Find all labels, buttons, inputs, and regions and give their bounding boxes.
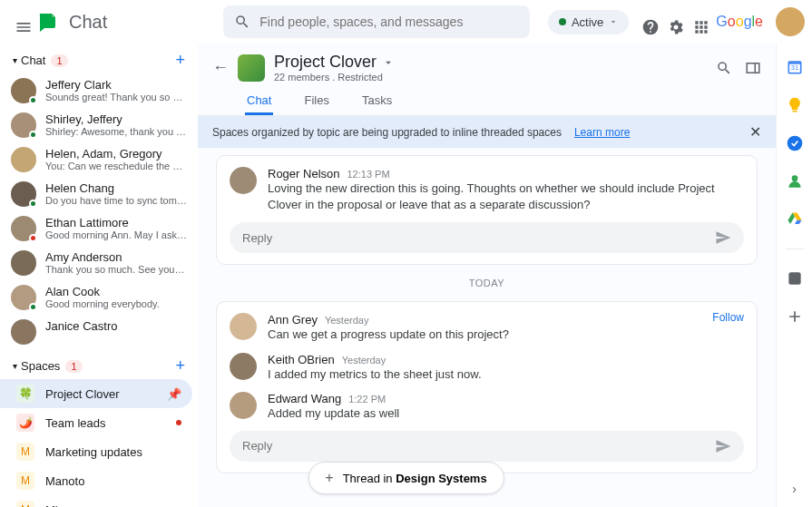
conversation-name: Helen, Adam, Gregory	[45, 147, 187, 161]
space-item[interactable]: MMarketing updates	[0, 437, 192, 466]
conversation-item[interactable]: Jeffery ClarkSounds great! Thank you so …	[0, 73, 198, 108]
thread-chip-space: Design Systems	[396, 472, 486, 485]
conversation-item[interactable]: Shirley, JefferyShirley: Awesome, thank …	[0, 108, 198, 142]
reply-input[interactable]	[230, 222, 744, 253]
search-in-space-icon[interactable]	[716, 60, 732, 76]
account-avatar[interactable]	[776, 7, 805, 36]
chevron-down-icon[interactable]	[382, 56, 395, 69]
drive-icon[interactable]	[786, 210, 804, 229]
calendar-icon[interactable]: 31	[786, 58, 804, 76]
conversation-item[interactable]: Janice Castro	[0, 315, 198, 349]
conversation-name: Alan Cook	[45, 285, 187, 298]
presence-dot-icon	[29, 303, 37, 311]
contacts-icon[interactable]	[786, 172, 804, 190]
avatar	[11, 78, 36, 103]
send-icon[interactable]	[715, 438, 731, 454]
svg-point-4	[787, 136, 802, 151]
avatar	[230, 392, 257, 419]
svg-rect-6	[788, 272, 800, 284]
search-input[interactable]	[259, 15, 519, 29]
add-addon-icon[interactable]	[786, 307, 804, 326]
keep-icon[interactable]	[786, 96, 804, 114]
hamburger-icon[interactable]	[7, 11, 29, 33]
reply-input[interactable]	[230, 431, 744, 462]
space-item[interactable]: MMiso	[0, 495, 192, 507]
new-space-button[interactable]: +	[175, 356, 185, 375]
avatar	[11, 285, 36, 310]
conversation-item[interactable]: Helen ChangDo you have time to sync tomo…	[0, 177, 198, 211]
follow-button[interactable]: Follow	[712, 311, 744, 324]
space-item[interactable]: MManoto	[0, 466, 192, 495]
svg-text:31: 31	[790, 63, 797, 72]
chevron-down-icon	[609, 17, 618, 26]
new-chat-button[interactable]: +	[175, 51, 185, 70]
conversation-item[interactable]: Ethan LattimoreGood morning Ann. May I a…	[0, 211, 198, 246]
reply-field[interactable]	[242, 231, 715, 245]
right-sidebar: 31 ›	[776, 44, 812, 507]
space-item[interactable]: 🌶️Team leads	[0, 408, 192, 437]
space-icon: M	[16, 472, 34, 490]
conversation-name: Helen Chang	[45, 181, 187, 195]
space-icon: 🍀	[16, 385, 34, 403]
conversation-name: Ethan Lattimore	[45, 216, 187, 229]
message-time: 12:13 PM	[347, 169, 390, 180]
message-author: Ann Grey	[268, 313, 318, 327]
unread-dot-icon	[176, 420, 181, 425]
tab-chat[interactable]: Chat	[245, 88, 273, 115]
space-avatar-icon	[238, 54, 265, 82]
conversation-item[interactable]: Amy AndersonThank you so much. See you t…	[0, 246, 198, 280]
conversation-preview: You: Can we reschedule the meeting for…	[45, 161, 187, 171]
app-title: Chat	[69, 12, 107, 33]
avatar	[11, 216, 36, 241]
message: Keith OBrienYesterdayI added my metrics …	[230, 353, 744, 383]
conversation-preview: Shirley: Awesome, thank you for the…	[45, 126, 187, 137]
chat-logo-icon	[36, 11, 58, 33]
settings-icon[interactable]	[661, 13, 680, 31]
message: Roger Nelson12:13 PM Loving the new dire…	[230, 167, 744, 213]
date-divider: TODAY	[216, 278, 758, 288]
conversation-preview: Good morning everybody.	[45, 298, 187, 309]
message-author: Edward Wang	[268, 392, 341, 405]
reply-field[interactable]	[242, 439, 715, 453]
search-icon	[234, 14, 250, 30]
chat-section-header[interactable]: ▾ Chat 1 +	[0, 47, 198, 73]
chevron-down-icon: ▾	[13, 55, 17, 65]
svg-rect-3	[792, 111, 797, 112]
tasks-icon[interactable]	[786, 134, 804, 152]
pin-icon[interactable]: 📌	[167, 387, 181, 401]
presence-dot-icon	[29, 96, 37, 104]
message-author: Keith OBrien	[268, 353, 335, 366]
conversation-name: Shirley, Jeffery	[45, 112, 187, 126]
divider	[786, 249, 804, 249]
status-selector[interactable]: Active	[548, 10, 629, 34]
banner-close-icon[interactable]: ✕	[749, 123, 761, 141]
conversation-item[interactable]: Alan CookGood morning everybody.	[0, 280, 198, 315]
help-icon[interactable]	[636, 13, 654, 31]
tab-tasks[interactable]: Tasks	[360, 88, 394, 115]
message-body: I added my metrics to the sheet just now…	[268, 366, 482, 383]
avatar	[11, 147, 36, 172]
apps-grid-icon[interactable]	[687, 13, 705, 31]
thread-chip[interactable]: + Thread in Design Systems	[308, 462, 504, 494]
addon-icon[interactable]	[786, 269, 804, 288]
avatar	[11, 250, 36, 276]
presence-dot-icon	[29, 131, 37, 139]
send-icon[interactable]	[715, 229, 731, 246]
space-name: Manoto	[45, 474, 84, 488]
space-subtitle: 22 members . Restricted	[274, 72, 395, 83]
banner-learn-more-link[interactable]: Learn more	[574, 126, 630, 139]
space-item[interactable]: 🍀Project Clover📌	[0, 379, 192, 408]
search-bar[interactable]	[223, 5, 530, 38]
avatar	[11, 181, 36, 207]
conversation-item[interactable]: Helen, Adam, GregoryYou: Can we reschedu…	[0, 142, 198, 177]
spaces-section-header[interactable]: ▾ Spaces 1 +	[0, 353, 198, 379]
panel-toggle-icon[interactable]	[745, 60, 761, 76]
back-arrow-icon[interactable]: ←	[212, 58, 229, 77]
chat-section-label: Chat	[21, 54, 45, 67]
presence-dot-icon	[29, 200, 37, 208]
message-list: Roger Nelson12:13 PM Loving the new dire…	[198, 148, 776, 507]
tab-files[interactable]: Files	[302, 88, 330, 115]
thread-chip-prefix: Thread in	[343, 472, 396, 485]
collapse-sidebar-icon[interactable]: ›	[792, 482, 797, 496]
spaces-section-label: Spaces	[21, 359, 60, 373]
